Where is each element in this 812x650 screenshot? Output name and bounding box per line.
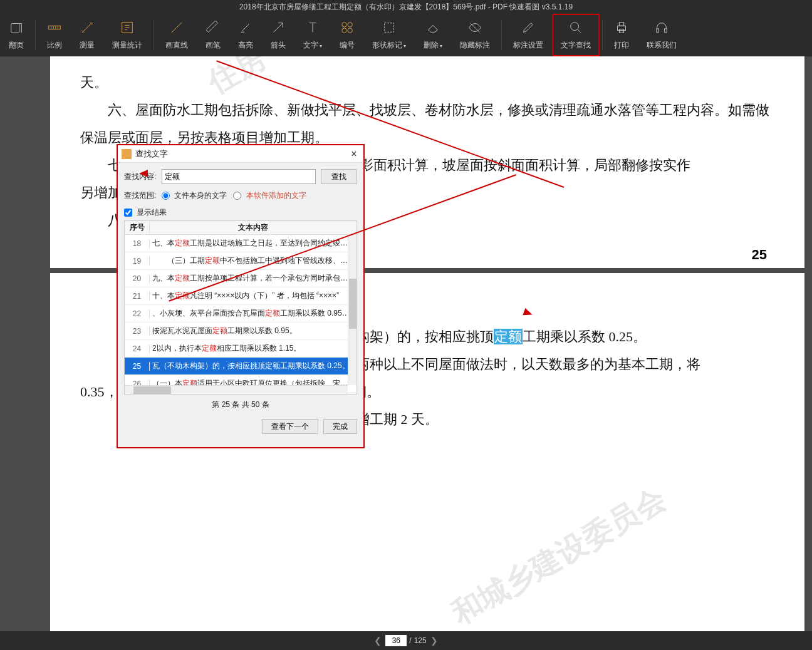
close-icon[interactable]: ×: [345, 148, 363, 160]
done-button[interactable]: 完成: [323, 419, 357, 434]
measure-button[interactable]: 测量: [71, 14, 103, 56]
app-icon: [122, 149, 132, 159]
svg-point-4: [348, 23, 352, 27]
line-icon: [170, 19, 184, 36]
highlight-icon: [239, 19, 252, 36]
measure-stats-button[interactable]: 测量统计: [103, 14, 151, 56]
draw-line-button[interactable]: 画直线: [157, 14, 197, 56]
result-row[interactable]: 18七、本定额工期是以进场施工之日起，至达到合同约定竣工验收: [125, 235, 357, 252]
stats-icon: [120, 19, 134, 36]
result-row[interactable]: 242以内，执行本定额相应工期乘以系数 1.15。: [125, 340, 357, 358]
total-pages: 125: [414, 636, 427, 645]
brush-button[interactable]: 画笔: [197, 14, 229, 56]
dialog-title-bar[interactable]: 查找文字 ×: [118, 145, 363, 163]
app-title: 2018年北京市房屋修缮工程工期定额（有水印）京建发【2018】569号.pdf…: [0, 0, 812, 14]
next-page-button[interactable]: ❯: [430, 636, 438, 646]
svg-point-5: [342, 28, 346, 33]
flip-icon: [9, 19, 23, 36]
result-row[interactable]: 19 （三）工期定额中不包括施工中遇到地下管线改移、地下障碍物: [125, 252, 357, 270]
search-icon: [569, 19, 583, 36]
svg-point-6: [348, 28, 352, 33]
text-icon: [306, 19, 320, 36]
col-header-text: 文本内容: [150, 222, 357, 233]
flip-page-button[interactable]: 翻页: [0, 14, 33, 56]
svg-rect-9: [618, 26, 626, 30]
arrow-icon: [271, 19, 285, 36]
find-text-button[interactable]: 文字查找: [552, 14, 600, 56]
svg-rect-0: [11, 24, 19, 33]
scale-button[interactable]: 比例: [38, 14, 71, 56]
horizontal-scrollbar[interactable]: [125, 385, 348, 394]
text-line: 六、屋面防水工期包括拆除、新做找平层、找坡层、卷材防水层，修换或清理疏通水落管等…: [80, 96, 774, 152]
headset-icon: [655, 19, 669, 36]
search-scope-label: 查找范围:: [124, 190, 162, 201]
svg-point-8: [571, 23, 579, 31]
prev-page-button[interactable]: ❮: [374, 636, 382, 646]
pen-settings-icon: [521, 19, 535, 36]
svg-rect-11: [619, 29, 623, 33]
shape-icon: [382, 19, 396, 36]
number-icon: [340, 19, 354, 36]
vertical-scrollbar[interactable]: [348, 235, 357, 385]
number-button[interactable]: 编号: [331, 14, 363, 56]
svg-point-3: [342, 23, 346, 27]
brush-icon: [206, 19, 220, 36]
print-icon: [615, 19, 628, 36]
svg-rect-1: [49, 26, 60, 29]
ruler-icon: [48, 19, 61, 36]
toolbar: 翻页 比例 测量 测量统计 画直线 画笔 高亮 箭头 文字▾ 编号 形状标记▾: [0, 14, 812, 56]
result-row[interactable]: 21十、本定额凡注明 “××××以内（下）” 者，均包括 “××××”: [125, 287, 357, 305]
svg-rect-12: [657, 29, 659, 33]
delete-button[interactable]: 删除▾: [415, 14, 451, 56]
contact-button[interactable]: 联系我们: [638, 14, 685, 56]
find-next-button[interactable]: 查看下一个: [262, 419, 318, 434]
text-button[interactable]: 文字▾: [294, 14, 331, 56]
search-input[interactable]: [162, 169, 316, 184]
show-results-checkbox[interactable]: 显示结果: [124, 207, 167, 218]
svg-rect-7: [385, 23, 394, 33]
measure-icon: [80, 19, 94, 36]
results-status: 第 25 条 共 50 条: [124, 400, 357, 410]
text-line: 天。: [80, 69, 774, 96]
arrow-button[interactable]: 箭头: [262, 14, 294, 56]
shape-button[interactable]: 形状标记▾: [363, 14, 415, 56]
search-highlight: 定额: [494, 329, 523, 344]
result-row[interactable]: 23按泥瓦水泥瓦屋面定额工期乘以系数 0.95。: [125, 322, 357, 340]
find-text-dialog: 查找文字 × 查找内容: 查找 查找范围: 文件本身的文字 本软件添加的文字 显…: [117, 144, 365, 448]
hide-annotation-button[interactable]: 隐藏标注: [451, 14, 499, 56]
scope-radio-software[interactable]: 本软件添加的文字: [233, 190, 306, 201]
result-row[interactable]: 25瓦（不动木构架）的，按相应挑顶定额工期乘以系数 0.25。: [125, 358, 357, 375]
print-button[interactable]: 打印: [605, 14, 638, 56]
search-button[interactable]: 查找: [321, 169, 357, 184]
scope-radio-file[interactable]: 文件本身的文字: [162, 190, 227, 201]
dialog-title: 查找文字: [135, 148, 168, 160]
result-row[interactable]: 22、小灰埂、灰平台屋面按合瓦屋面定额工期乘以系数 0.95，干拄: [125, 305, 357, 322]
annotation-settings-button[interactable]: 标注设置: [504, 14, 552, 56]
eye-off-icon: [468, 19, 482, 36]
result-row[interactable]: 20九、本定额工期按单项工程计算，若一个承包方同时承包两个及: [125, 270, 357, 287]
highlight-button[interactable]: 高亮: [229, 14, 262, 56]
page-number-input[interactable]: [385, 635, 407, 646]
col-header-index: 序号: [125, 222, 150, 233]
eraser-icon: [426, 19, 440, 36]
svg-rect-10: [619, 23, 623, 26]
results-table: 序号 文本内容 18七、本定额工期是以进场施工之日起，至达到合同约定竣工验收19…: [124, 220, 357, 395]
page-number: 25: [752, 247, 767, 263]
footer-bar: ❮ / 125 ❯: [0, 631, 812, 650]
svg-rect-13: [665, 29, 667, 33]
